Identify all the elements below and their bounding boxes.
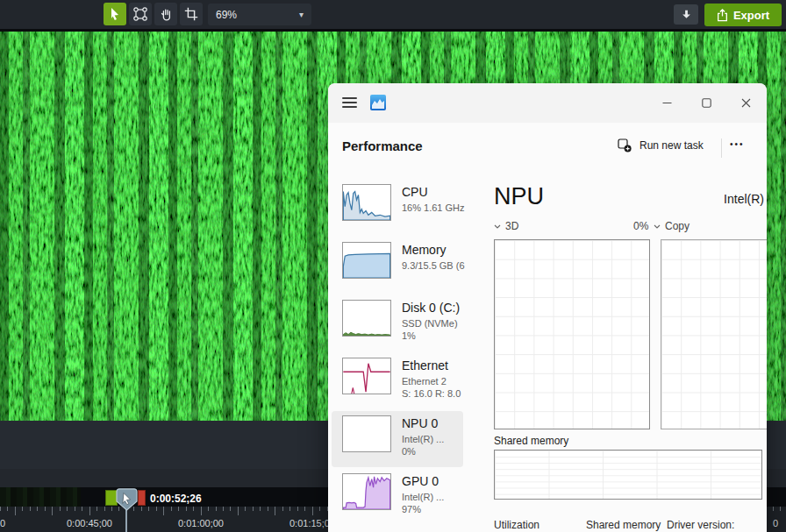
sidebar-item-label: Ethernet xyxy=(402,358,448,372)
sidebar-item-sub: 16% 1.61 GHz xyxy=(402,202,465,214)
download-arrow-icon xyxy=(681,9,692,20)
export-label: Export xyxy=(733,9,769,22)
sidebar-item-sub: 9.3/15.5 GB (6 xyxy=(402,259,465,272)
chevron-down-icon xyxy=(654,224,661,229)
shared-memory-chart xyxy=(494,450,762,500)
task-manager-app-icon xyxy=(370,95,386,110)
disk-mini-chart xyxy=(342,300,391,337)
screenshot-root: 69% ▾ Export xyxy=(0,0,786,532)
export-button[interactable]: Export xyxy=(704,4,782,26)
maximize-icon xyxy=(702,98,711,108)
editor-toolbar: 69% ▾ Export xyxy=(0,0,786,29)
ruler-label: 0:00:45;00 xyxy=(67,518,112,528)
memory-mini-chart xyxy=(342,242,391,279)
cpu-mini-chart xyxy=(342,184,391,221)
ruler-label: 0 xyxy=(773,518,778,528)
playhead-out-handle[interactable] xyxy=(138,490,146,506)
npu-3d-chart xyxy=(494,239,650,429)
zoom-level-value: 69% xyxy=(216,9,237,21)
sidebar-item-sub: SSD (NVMe) 1% xyxy=(402,317,458,342)
header-divider xyxy=(721,138,722,158)
transform-handles-icon xyxy=(132,6,148,22)
maximize-button[interactable] xyxy=(692,94,720,111)
ethernet-mini-chart xyxy=(342,358,391,394)
canvas-top-divider xyxy=(0,29,786,32)
npu-vendor: Intel(R) xyxy=(724,192,764,206)
sidebar-item-sub: Ethernet 2 S: 16.0 R: 8.0 xyxy=(402,375,461,400)
sidebar-item-memory[interactable]: Memory 9.3/15.5 GB (6 xyxy=(332,238,463,294)
minimize-button[interactable] xyxy=(653,94,681,111)
sidebar-item-label: CPU xyxy=(402,185,428,199)
download-button[interactable] xyxy=(674,4,698,25)
sidebar-item-cpu[interactable]: CPU 16% 1.61 GHz xyxy=(332,180,463,236)
playhead-marker-shape xyxy=(116,488,138,512)
close-button[interactable] xyxy=(732,94,760,111)
chart-copy-header[interactable]: Copy xyxy=(654,220,690,232)
crop-icon xyxy=(184,7,198,21)
chevron-down-icon: ▾ xyxy=(299,10,304,19)
zoom-level-dropdown[interactable]: 69% ▾ xyxy=(208,4,311,25)
chart-3d-value: 0% xyxy=(633,220,648,232)
gpu-mini-chart xyxy=(342,473,391,510)
chart-3d-label: 3D xyxy=(505,220,518,232)
footer-driver-version-label: Driver version: xyxy=(667,519,734,531)
pan-tool-button[interactable] xyxy=(154,3,177,25)
timeline-media-clip[interactable] xyxy=(0,487,81,507)
task-manager-window: Performance Run new task ••• CPU 16% 1.6… xyxy=(328,83,767,532)
sidebar-item-label: NPU 0 xyxy=(402,416,438,430)
shared-memory-label: Shared memory xyxy=(494,435,568,447)
chart-copy-label: Copy xyxy=(665,220,690,232)
crop-tool-button[interactable] xyxy=(180,3,203,25)
more-options-button[interactable]: ••• xyxy=(730,139,745,149)
sidebar-item-sub: Intel(R) ... 97% xyxy=(402,491,444,515)
tm-titlebar[interactable] xyxy=(328,83,767,123)
playhead-line xyxy=(125,509,127,532)
sidebar-item-sub: Intel(R) ... 0% xyxy=(402,433,444,458)
npu-copy-chart xyxy=(661,239,767,429)
npu-panel-title: NPU xyxy=(494,183,544,210)
ruler-label: 0:01:00;00 xyxy=(178,518,224,528)
chart-3d-header[interactable]: 3D xyxy=(494,220,518,232)
footer-shared-memory-label: Shared memory xyxy=(586,519,661,531)
run-new-task-button[interactable]: Run new task xyxy=(618,138,704,153)
ruler-label: 0 xyxy=(0,518,5,528)
footer-utilization-label: Utilization xyxy=(494,519,539,531)
hand-icon xyxy=(159,7,174,22)
sidebar-item-npu[interactable]: NPU 0 Intel(R) ... 0% xyxy=(332,411,463,467)
new-task-icon xyxy=(618,138,632,153)
share-export-icon xyxy=(717,9,728,22)
sidebar-item-label: Memory xyxy=(402,243,447,257)
chevron-down-icon xyxy=(494,224,501,229)
npu-mini-chart xyxy=(342,415,391,452)
hamburger-menu-icon[interactable] xyxy=(342,97,357,108)
close-icon xyxy=(741,98,751,108)
page-title: Performance xyxy=(342,138,423,153)
minimize-icon xyxy=(662,98,672,108)
sidebar-item-label: Disk 0 (C:) xyxy=(402,301,460,315)
playhead-marker[interactable] xyxy=(116,488,138,512)
playhead-time: 0:00:52;26 xyxy=(150,493,202,505)
sidebar-item-label: GPU 0 xyxy=(402,474,439,488)
run-new-task-label: Run new task xyxy=(640,139,704,152)
sidebar-item-gpu[interactable]: GPU 0 Intel(R) ... 97% xyxy=(332,469,463,525)
sidebar-item-disk[interactable]: Disk 0 (C:) SSD (NVMe) 1% xyxy=(332,295,463,351)
sidebar-item-ethernet[interactable]: Ethernet Ethernet 2 S: 16.0 R: 8.0 xyxy=(332,353,463,409)
cursor-icon xyxy=(108,7,122,21)
cursor-tool-button[interactable] xyxy=(104,3,126,25)
transform-tool-button[interactable] xyxy=(129,3,152,25)
